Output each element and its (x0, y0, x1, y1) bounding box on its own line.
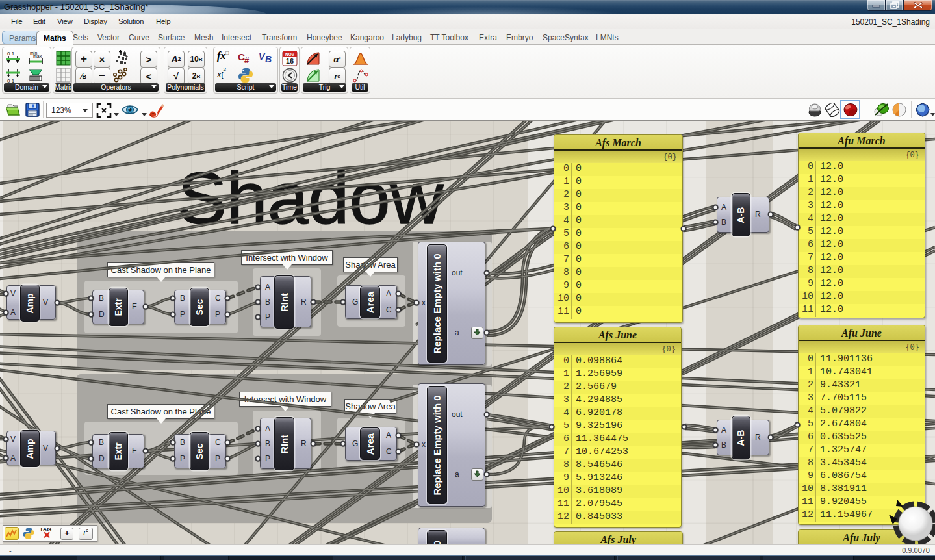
svg-text:0 1: 0 1 (7, 51, 15, 57)
svg-text:B: B (265, 54, 272, 64)
svg-text:16: 16 (286, 57, 294, 65)
svg-text:#: # (244, 55, 250, 65)
svg-text:NOV: NOV (285, 52, 295, 57)
svg-text:max: max (33, 54, 42, 58)
